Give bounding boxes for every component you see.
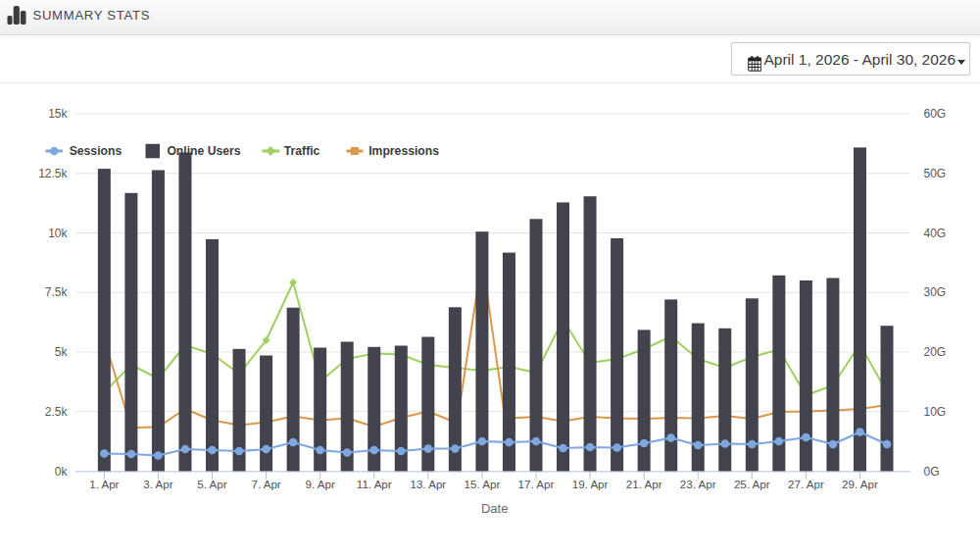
svg-text:29. Apr: 29. Apr <box>842 478 878 490</box>
svg-text:21. Apr: 21. Apr <box>626 478 662 490</box>
svg-text:3. Apr: 3. Apr <box>143 478 172 490</box>
svg-text:20G: 20G <box>924 345 947 359</box>
svg-text:15. Apr: 15. Apr <box>465 478 501 490</box>
svg-text:11. Apr: 11. Apr <box>357 478 392 490</box>
svg-text:Online Users: Online Users <box>167 144 240 158</box>
svg-text:1. Apr: 1. Apr <box>89 478 119 490</box>
svg-text:50G: 50G <box>924 167 947 180</box>
svg-text:27. Apr: 27. Apr <box>788 478 824 490</box>
svg-text:5k: 5k <box>55 345 69 359</box>
svg-text:30G: 30G <box>924 285 947 299</box>
svg-text:12.5k: 12.5k <box>38 167 68 180</box>
svg-text:Date: Date <box>481 501 508 516</box>
svg-text:Sessions: Sessions <box>70 144 122 158</box>
svg-text:25. Apr: 25. Apr <box>734 478 770 490</box>
svg-text:0k: 0k <box>55 465 69 479</box>
svg-text:2.5k: 2.5k <box>45 405 69 419</box>
svg-text:19. Apr: 19. Apr <box>572 478 609 490</box>
svg-text:13. Apr: 13. Apr <box>410 478 446 490</box>
svg-text:60G: 60G <box>924 107 947 121</box>
svg-text:7. Apr: 7. Apr <box>251 478 280 490</box>
svg-text:10G: 10G <box>924 405 947 419</box>
svg-text:17. Apr: 17. Apr <box>518 478 555 490</box>
svg-text:9. Apr: 9. Apr <box>306 478 335 490</box>
svg-text:Traffic: Traffic <box>284 144 320 158</box>
svg-text:23. Apr: 23. Apr <box>680 478 716 490</box>
svg-text:Impressions: Impressions <box>368 144 439 158</box>
svg-text:7.5k: 7.5k <box>45 285 69 299</box>
svg-text:10k: 10k <box>48 227 68 240</box>
svg-text:40G: 40G <box>924 227 947 240</box>
svg-text:0G: 0G <box>924 465 940 479</box>
svg-text:15k: 15k <box>48 107 68 121</box>
svg-text:5. Apr: 5. Apr <box>197 478 226 490</box>
